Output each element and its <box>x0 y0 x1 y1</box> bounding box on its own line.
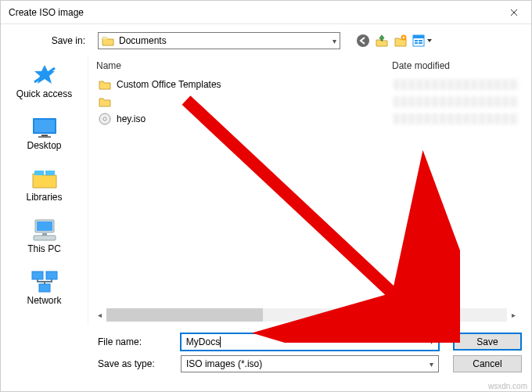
watermark: wsxdn.com <box>488 382 527 390</box>
svg-rect-20 <box>39 284 50 292</box>
folder-icon <box>98 77 112 92</box>
back-icon[interactable] <box>356 34 370 48</box>
sidebar-item-label: Network <box>27 295 61 306</box>
sidebar-item-label: Libraries <box>26 192 62 203</box>
file-name: Custom Office Templates <box>117 79 389 90</box>
svg-rect-6 <box>419 40 422 41</box>
file-list-pane: Name Date modified Custom Office Templat… <box>93 56 520 325</box>
column-headers: Name Date modified <box>93 56 520 76</box>
file-list[interactable]: Custom Office Templates hey.iso <box>93 76 520 308</box>
svg-rect-17 <box>34 236 56 240</box>
nav-toolbar <box>356 34 434 48</box>
chevron-down-icon[interactable]: ▾ <box>430 360 433 369</box>
save-in-combo[interactable]: Documents ▾ <box>98 32 340 49</box>
close-icon <box>510 9 518 16</box>
close-button[interactable] <box>496 1 531 24</box>
sidebar-item-libraries[interactable]: Libraries <box>9 162 81 210</box>
scroll-thumb[interactable] <box>106 308 263 322</box>
window-title: Create ISO image <box>9 7 84 18</box>
svg-point-22 <box>103 117 106 120</box>
filename-value: MyDocs <box>186 336 220 347</box>
save-in-label: Save in: <box>12 35 90 46</box>
folder-icon <box>98 95 112 109</box>
cancel-button-label: Cancel <box>473 358 501 369</box>
horizontal-scrollbar[interactable]: ◂ ▸ <box>93 308 520 322</box>
network-icon <box>29 268 60 295</box>
scroll-right-icon[interactable]: ▸ <box>507 308 520 322</box>
file-row[interactable]: Custom Office Templates <box>96 76 520 93</box>
libraries-icon <box>29 165 60 192</box>
column-date-modified[interactable]: Date modified <box>392 60 517 71</box>
svg-rect-5 <box>415 42 418 44</box>
up-one-level-icon[interactable] <box>375 34 389 48</box>
save-button-label: Save <box>476 336 498 347</box>
titlebar: Create ISO image <box>1 1 531 24</box>
svg-rect-10 <box>41 135 48 136</box>
sidebar-item-label: Desktop <box>27 140 61 151</box>
sidebar-item-quick-access[interactable]: Quick access <box>9 59 81 107</box>
save-in-bar: Save in: Documents ▾ <box>1 24 531 54</box>
scroll-track[interactable] <box>106 308 507 322</box>
file-date <box>394 79 519 90</box>
chevron-down-icon[interactable]: ▾ <box>430 337 433 346</box>
folder-icon <box>102 35 114 46</box>
save-button[interactable]: Save <box>453 333 522 351</box>
sidebar-item-desktop[interactable]: Desktop <box>9 110 81 159</box>
svg-rect-12 <box>34 171 44 175</box>
body-area: Quick access Desktop Libraries This PC N… <box>1 54 531 325</box>
svg-point-0 <box>357 34 369 47</box>
file-date <box>394 96 519 107</box>
svg-rect-18 <box>32 272 43 279</box>
this-pc-icon <box>29 217 60 243</box>
sidebar-item-this-pc[interactable]: This PC <box>9 214 81 262</box>
sidebar-item-label: This PC <box>27 243 61 254</box>
svg-rect-11 <box>38 136 51 138</box>
svg-rect-13 <box>45 171 55 175</box>
quick-access-icon <box>29 62 60 88</box>
column-name[interactable]: Name <box>96 60 392 71</box>
new-folder-icon[interactable] <box>394 34 408 48</box>
cancel-button[interactable]: Cancel <box>453 355 522 372</box>
sidebar-item-label: Quick access <box>16 88 72 99</box>
text-caret <box>220 336 221 347</box>
svg-rect-9 <box>34 120 55 132</box>
file-row[interactable]: hey.iso <box>96 110 520 128</box>
file-date <box>394 113 519 124</box>
desktop-icon <box>29 113 60 140</box>
scroll-left-icon[interactable]: ◂ <box>93 308 106 322</box>
save-as-type-value: ISO images (*.iso) <box>186 358 262 369</box>
svg-rect-3 <box>413 35 424 38</box>
sidebar-item-network[interactable]: Network <box>9 265 81 314</box>
save-as-type-combo[interactable]: ISO images (*.iso) ▾ <box>181 355 439 372</box>
chevron-down-icon: ▾ <box>332 37 336 45</box>
view-menu-icon[interactable] <box>412 34 434 48</box>
save-as-type-label: Save as type: <box>12 358 174 369</box>
svg-rect-15 <box>37 221 52 231</box>
iso-file-icon <box>98 112 112 126</box>
svg-rect-19 <box>46 272 57 279</box>
bottom-form: File name: MyDocs ▾ Save Save as type: I… <box>1 325 531 385</box>
filename-input[interactable]: MyDocs ▾ <box>181 333 439 351</box>
file-name: hey.iso <box>117 113 389 124</box>
svg-rect-4 <box>415 40 418 41</box>
save-in-value: Documents <box>119 35 167 46</box>
places-sidebar: Quick access Desktop Libraries This PC N… <box>1 54 88 325</box>
filename-label: File name: <box>12 336 174 347</box>
svg-rect-7 <box>419 42 422 44</box>
file-row[interactable] <box>96 93 520 110</box>
